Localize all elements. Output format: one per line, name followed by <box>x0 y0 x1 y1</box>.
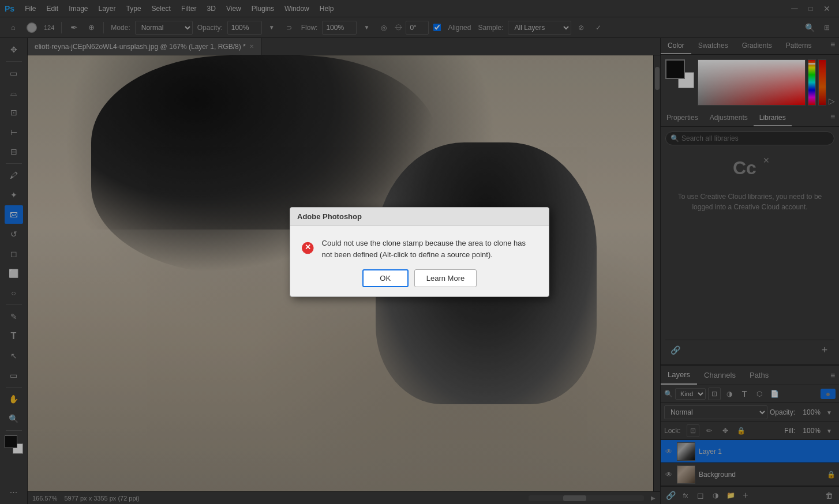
error-icon: ✕ <box>302 238 314 258</box>
dialog-title: Adobe Photoshop <box>290 208 549 226</box>
dialog-learn-more-button[interactable]: Learn More <box>414 269 477 287</box>
error-dialog: Adobe Photoshop ✕ Could not use the clon… <box>290 207 549 297</box>
dialog-body: ✕ Could not use the clone stamp because … <box>290 226 549 269</box>
dialog-buttons: OK Learn More <box>290 269 549 296</box>
dialog-overlay: Adobe Photoshop ✕ Could not use the clon… <box>0 0 839 504</box>
dialog-message: Could not use the clone stamp because th… <box>322 238 537 260</box>
dialog-ok-button[interactable]: OK <box>362 269 409 287</box>
svg-text:✕: ✕ <box>305 243 311 251</box>
